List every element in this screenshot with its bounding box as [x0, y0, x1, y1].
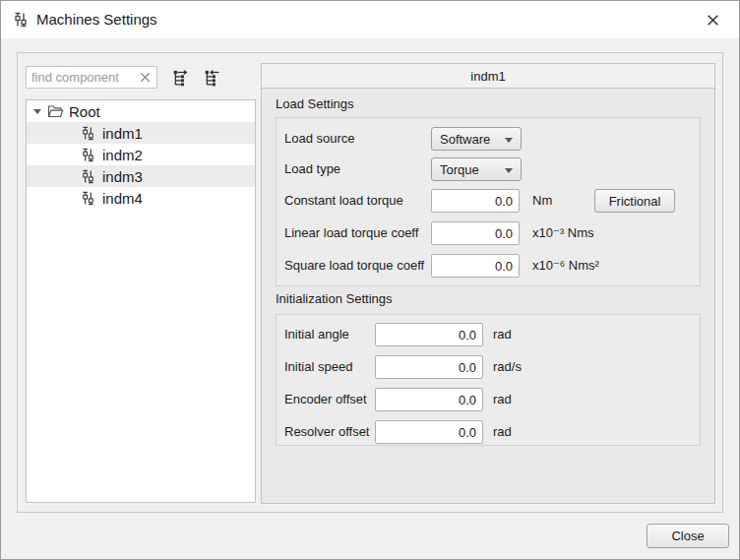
linear-load-torque-coeff-label: Linear load torque coeff [284, 221, 418, 245]
window-title: Machines Settings [36, 1, 157, 38]
titlebar: Machines Settings [1, 1, 739, 38]
tree-item-label: indm4 [102, 190, 143, 207]
close-button[interactable]: Close [647, 524, 729, 548]
component-tree: Root indm1 indm2 indm3 [26, 99, 256, 503]
initialization-settings-group: Initial angle rad Initial speed rad/s En… [276, 314, 701, 446]
tree-item-label: indm3 [102, 168, 143, 185]
collapse-all-button[interactable] [199, 65, 224, 91]
expander-down-icon[interactable] [33, 109, 41, 114]
folder-open-icon [47, 104, 64, 118]
encoder-offset-label: Encoder offset [284, 388, 367, 411]
constant-load-torque-label: Constant load torque [284, 189, 403, 213]
load-settings-group: Load source Software Load type Torque Co… [276, 117, 701, 286]
load-type-dropdown[interactable]: Torque [431, 157, 522, 181]
content-frame: Root indm1 indm2 indm3 [17, 52, 723, 513]
frictional-button[interactable]: Frictional [594, 189, 675, 213]
selected-component-name: indm1 [470, 69, 505, 84]
machine-icon [81, 169, 95, 184]
machine-icon [81, 126, 95, 141]
square-load-torque-coeff-input[interactable] [431, 254, 520, 278]
dropdown-selected-value: Torque [440, 162, 479, 177]
machine-sliders-icon [13, 12, 29, 28]
linear-load-torque-coeff-input[interactable] [431, 221, 520, 245]
initialization-settings-title: Initialization Settings [276, 291, 393, 306]
expand-all-icon [171, 69, 190, 88]
load-source-label: Load source [284, 127, 355, 151]
initial-angle-unit: rad [493, 323, 512, 346]
load-source-dropdown[interactable]: Software [431, 127, 522, 151]
initial-angle-label: Initial angle [284, 323, 349, 346]
resolver-offset-label: Resolver offset [284, 420, 369, 444]
chevron-down-icon [505, 138, 513, 143]
collapse-all-icon [203, 69, 221, 88]
settings-panel: Load Settings Load source Software Load … [261, 89, 715, 504]
chevron-down-icon [505, 168, 513, 173]
initial-speed-unit: rad/s [493, 355, 522, 379]
resolver-offset-unit: rad [493, 420, 512, 444]
clear-search-icon[interactable] [139, 71, 152, 84]
machines-settings-dialog: Machines Settings [0, 0, 740, 560]
expand-all-button[interactable] [167, 65, 193, 91]
tree-item-indm2[interactable]: indm2 [27, 144, 255, 165]
load-type-label: Load type [284, 157, 340, 181]
encoder-offset-unit: rad [493, 388, 512, 411]
constant-load-torque-input[interactable] [431, 189, 520, 213]
tree-item-label: indm1 [102, 125, 143, 142]
tree-item-indm1[interactable]: indm1 [27, 122, 255, 144]
machine-icon [81, 148, 95, 162]
tree-item-label: indm2 [102, 147, 143, 163]
resolver-offset-input[interactable] [375, 420, 483, 444]
load-settings-title: Load Settings [276, 96, 354, 111]
dropdown-selected-value: Software [440, 132, 490, 147]
search-input[interactable] [31, 67, 135, 88]
tree-item-indm4[interactable]: indm4 [27, 187, 255, 209]
initial-speed-input[interactable] [375, 355, 483, 379]
component-search-box [26, 66, 157, 89]
tree-item-label: Root [69, 103, 100, 120]
tree-item-indm3[interactable]: indm3 [27, 165, 255, 187]
selected-component-header: indm1 [261, 63, 715, 89]
window-close-icon[interactable] [698, 6, 727, 33]
machine-icon [81, 191, 95, 206]
linear-load-torque-coeff-unit: x10⁻³ Nms [532, 221, 593, 245]
square-load-torque-coeff-label: Square load torque coeff [284, 254, 424, 278]
initial-angle-input[interactable] [375, 323, 483, 346]
tree-item-root[interactable]: Root [27, 100, 255, 122]
initial-speed-label: Initial speed [284, 355, 352, 379]
square-load-torque-coeff-unit: x10⁻⁶ Nms² [532, 254, 599, 278]
encoder-offset-input[interactable] [375, 388, 483, 411]
constant-load-torque-unit: Nm [532, 189, 552, 213]
